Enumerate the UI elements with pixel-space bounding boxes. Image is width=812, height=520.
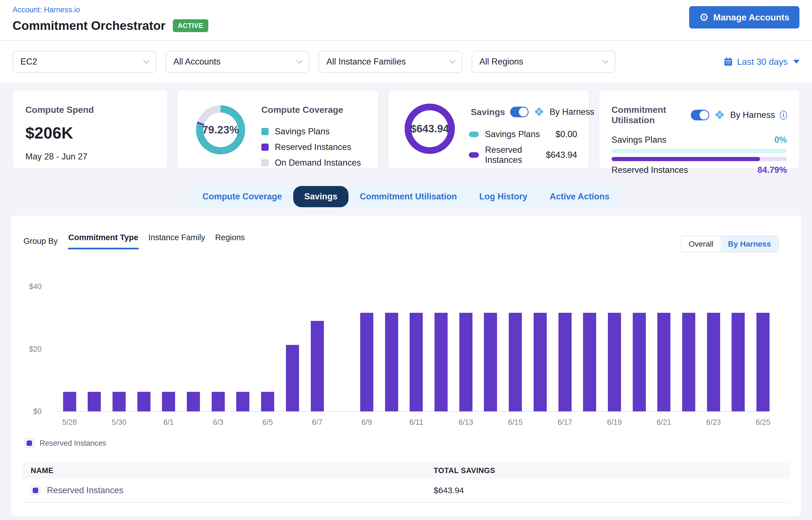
kpi-cards-row: Compute Spend $206K May 28 - Jun 27 79.2… (0, 83, 812, 169)
savings-panel: Group By Commitment Type Instance Family… (11, 215, 801, 517)
x-axis-label: 6/17 (550, 418, 580, 427)
instance-families-dropdown[interactable]: All Instance Families (319, 51, 463, 73)
chevron-down-icon (602, 57, 609, 64)
savings-row-reserved-instances: Reserved Instances $643.94 (469, 145, 577, 165)
chart-bar[interactable] (682, 313, 695, 411)
x-axis-line (57, 411, 768, 412)
utilisation-row-value: 0% (774, 135, 787, 145)
chart-bar[interactable] (112, 392, 126, 411)
chevron-down-icon (143, 57, 150, 64)
chart-bar[interactable] (707, 313, 720, 411)
chart-bar[interactable] (732, 313, 745, 411)
savings-by-harness-toggle[interactable] (510, 107, 529, 117)
chart-bar[interactable] (657, 313, 671, 411)
chart-bar[interactable] (558, 313, 572, 411)
utilisation-by-harness-toggle[interactable] (691, 110, 709, 120)
reserved-instances-swatch (261, 144, 269, 151)
tab-log-history[interactable]: Log History (468, 186, 539, 207)
savings-total: $643.94 (411, 123, 449, 135)
instance-families-dropdown-value: All Instance Families (326, 57, 406, 67)
row-checkbox[interactable] (31, 486, 40, 495)
by-harness-label: By Harness (730, 110, 775, 120)
tab-commitment-utilisation[interactable]: Commitment Utilisation (348, 186, 468, 207)
reserved-instances-progress-bar (611, 157, 787, 161)
chevron-down-icon (296, 57, 303, 64)
x-axis-label: 6/7 (302, 418, 333, 427)
chevron-down-icon (449, 57, 456, 64)
harness-logo-icon: ❖ (714, 109, 725, 121)
accounts-dropdown[interactable]: All Accounts (165, 51, 309, 73)
chart-bar[interactable] (286, 345, 299, 411)
chart-bar[interactable] (533, 313, 547, 411)
service-dropdown[interactable]: EC2 (12, 51, 156, 73)
manage-accounts-button[interactable]: ⚙ Manage Accounts (689, 6, 800, 28)
section-tabs: Compute Coverage Savings Commitment Util… (188, 186, 623, 207)
chart-bar[interactable] (162, 392, 175, 411)
chart-bar[interactable] (236, 392, 250, 411)
chart-bar[interactable] (435, 313, 448, 411)
savings-plans-pill (469, 132, 479, 137)
date-range-picker[interactable]: Last 30 days (723, 57, 800, 67)
account-breadcrumb-link[interactable]: Account: Harness.io (12, 6, 800, 14)
tab-compute-coverage[interactable]: Compute Coverage (191, 186, 293, 207)
savings-bar-chart: $0$20$405/285/306/16/36/56/76/96/116/136… (11, 215, 801, 428)
gear-icon: ⚙ (699, 12, 709, 23)
y-axis-label: $0 (11, 407, 42, 416)
legend-item: Reserved Instances (261, 142, 361, 152)
chart-bar[interactable] (63, 392, 76, 411)
savings-card: $643.94 Savings ❖ By Harness i Savings P… (388, 90, 589, 169)
x-axis-label: 6/9 (351, 418, 382, 427)
coverage-percent: 79.23% (196, 105, 245, 154)
compute-spend-period: May 28 - Jun 27 (25, 152, 155, 162)
y-axis-label: $40 (11, 282, 42, 291)
chart-bar[interactable] (385, 313, 398, 411)
y-axis-label: $20 (11, 345, 42, 353)
caret-down-icon (793, 60, 800, 64)
accounts-dropdown-value: All Accounts (174, 57, 220, 67)
row-value: $0.00 (555, 129, 577, 139)
chart-bar[interactable] (756, 313, 769, 411)
chart-bar[interactable] (459, 313, 472, 411)
chart-bar[interactable] (212, 392, 225, 411)
chart-bar[interactable] (137, 392, 151, 411)
chart-bar[interactable] (410, 313, 423, 411)
x-axis-label: 6/1 (153, 418, 184, 427)
reserved-instances-checkbox[interactable] (25, 438, 34, 448)
reserved-instances-pill (469, 152, 479, 158)
utilisation-row-value: 84.79% (758, 165, 787, 175)
savings-title: Savings (471, 107, 505, 117)
coverage-legend: Savings Plans Reserved Instances On Dema… (261, 127, 361, 168)
x-axis-label: 5/28 (54, 418, 85, 427)
row-name: Reserved Instances (47, 485, 124, 495)
row-label: Savings Plans (485, 129, 540, 139)
chart-bar[interactable] (261, 392, 274, 411)
row-total-savings: $643.94 (434, 486, 790, 495)
chart-bar[interactable] (187, 392, 200, 411)
chart-bar[interactable] (484, 313, 497, 411)
utilisation-row-label: Reserved Instances (611, 165, 688, 175)
compute-spend-card: Compute Spend $206K May 28 - Jun 27 (12, 90, 167, 169)
chart-legend-label: Reserved Instances (40, 439, 106, 448)
tab-savings[interactable]: Savings (293, 186, 349, 207)
tab-active-actions[interactable]: Active Actions (539, 186, 621, 207)
table-row[interactable]: Reserved Instances $643.94 (22, 479, 790, 503)
chart-bar[interactable] (360, 313, 373, 411)
chart-bar[interactable] (311, 321, 324, 411)
chart-bar[interactable] (583, 313, 596, 411)
x-axis-label: 6/15 (500, 418, 531, 427)
chart-bar[interactable] (88, 392, 101, 411)
chart-bar[interactable] (509, 313, 522, 411)
commitment-utilisation-title: Commitment Utilisation (611, 105, 686, 125)
chart-bar[interactable] (633, 313, 646, 411)
x-axis-label: 6/21 (649, 418, 679, 427)
regions-dropdown-value: All Regions (479, 57, 523, 67)
chart-bar[interactable] (608, 313, 621, 411)
x-axis-label: 5/30 (104, 418, 134, 427)
x-axis-label: 6/23 (698, 418, 729, 427)
table-header-name: NAME (22, 466, 434, 475)
legend-label: Reserved Instances (275, 142, 351, 152)
regions-dropdown[interactable]: All Regions (472, 51, 615, 73)
commitment-utilisation-card: Commitment Utilisation ❖ By Harness i Sa… (599, 90, 800, 169)
table-header-total-savings: TOTAL SAVINGS (434, 466, 790, 475)
info-icon[interactable]: i (780, 111, 787, 120)
